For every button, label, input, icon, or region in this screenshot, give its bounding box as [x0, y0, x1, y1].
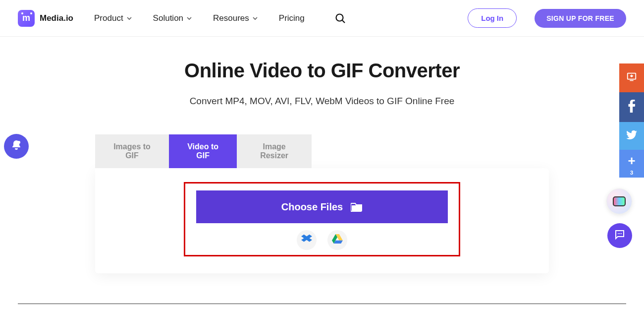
svg-line-1 — [342, 20, 345, 23]
tab-video-to-gif[interactable]: Video to GIF — [169, 134, 237, 168]
chat-fab[interactable] — [607, 223, 632, 248]
svg-point-0 — [336, 14, 343, 21]
site-header: m Media.io Product Solution Resoures Pri… — [0, 0, 644, 37]
chevron-down-icon — [126, 15, 132, 21]
share-more[interactable]: + 3 — [619, 150, 644, 178]
svg-point-6 — [619, 233, 620, 234]
brand[interactable]: m Media.io — [18, 10, 73, 27]
nav-resources-label: Resoures — [213, 13, 249, 23]
chat-icon — [614, 229, 626, 243]
google-drive-button[interactable] — [327, 230, 347, 250]
share-count: 3 — [630, 170, 633, 176]
bell-icon — [10, 139, 22, 153]
login-button[interactable]: Log In — [468, 8, 517, 28]
main-content: Online Video to GIF Converter Convert MP… — [0, 37, 644, 273]
share-twitter[interactable] — [619, 122, 644, 150]
chevron-down-icon — [252, 15, 258, 21]
nav-product[interactable]: Product — [94, 13, 132, 23]
nav-pricing[interactable]: Pricing — [279, 13, 305, 23]
svg-rect-2 — [352, 205, 362, 211]
twitter-icon — [626, 130, 637, 141]
nav-pricing-label: Pricing — [279, 13, 305, 23]
footer-divider — [18, 304, 626, 304]
page-subtitle: Convert MP4, MOV, AVI, FLV, WebM Videos … — [0, 96, 644, 107]
facebook-icon — [628, 100, 635, 115]
brand-logo-letter: m — [22, 13, 30, 23]
chevron-down-icon — [186, 15, 192, 21]
svg-point-5 — [618, 233, 619, 234]
svg-point-7 — [621, 233, 622, 234]
tool-panel: Choose Files — [95, 168, 549, 273]
folder-icon — [351, 202, 363, 212]
annotation-highlight: Choose Files — [184, 182, 460, 256]
download-icon — [626, 71, 637, 84]
nav-resources[interactable]: Resoures — [213, 13, 258, 23]
choose-files-button[interactable]: Choose Files — [196, 190, 448, 223]
tab-image-resizer[interactable]: Image Resizer — [237, 134, 312, 168]
google-drive-icon — [332, 234, 343, 246]
svg-point-3 — [17, 141, 20, 144]
tool-tabs: Images to GIF Video to GIF Image Resizer — [95, 134, 312, 168]
nav-solution-label: Solution — [153, 13, 183, 23]
primary-nav: Product Solution Resoures Pricing — [94, 12, 346, 24]
notifications-fab[interactable] — [4, 134, 29, 159]
nav-product-label: Product — [94, 13, 123, 23]
share-download[interactable] — [619, 63, 644, 92]
help-bubble[interactable] — [606, 188, 632, 214]
tab-images-to-gif[interactable]: Images to GIF — [95, 134, 169, 168]
signup-button[interactable]: SIGN UP FOR FREE — [535, 9, 626, 28]
page-title: Online Video to GIF Converter — [0, 60, 644, 82]
plus-icon: + — [628, 153, 635, 169]
nav-solution[interactable]: Solution — [153, 13, 192, 23]
share-sidebar: + 3 — [619, 63, 644, 178]
search-button[interactable] — [334, 12, 346, 24]
cloud-sources — [196, 230, 448, 250]
brand-logo-icon: m — [18, 10, 35, 27]
choose-files-label: Choose Files — [281, 201, 343, 213]
brand-name: Media.io — [40, 13, 73, 23]
share-facebook[interactable] — [619, 92, 644, 122]
dropbox-icon — [301, 234, 312, 246]
search-icon — [334, 12, 346, 24]
dropbox-button[interactable] — [297, 230, 317, 250]
converter-tool: Images to GIF Video to GIF Image Resizer… — [95, 134, 549, 273]
chat-color-icon — [613, 196, 626, 206]
